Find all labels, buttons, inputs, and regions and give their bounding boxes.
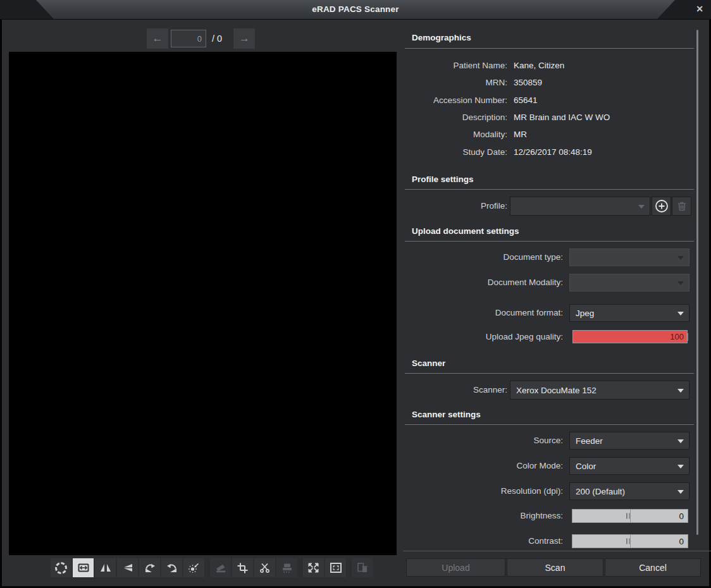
document-format-label: Document format: [405, 304, 563, 322]
rotate-left-icon [166, 563, 178, 573]
section-divider [405, 48, 694, 49]
document-type-dropdown[interactable] [569, 248, 689, 266]
cut-button[interactable] [254, 558, 275, 577]
crop-icon [237, 563, 248, 573]
field-label: Patient Name: [405, 61, 507, 70]
resolution-value: 200 (Default) [576, 487, 625, 496]
expand-button[interactable] [303, 558, 324, 577]
close-icon[interactable]: ✕ [694, 3, 705, 15]
delete-page-button[interactable] [352, 558, 373, 577]
preview-canvas [9, 52, 397, 555]
chevron-down-icon [638, 205, 645, 209]
scan-button[interactable]: Scan [507, 558, 603, 577]
print-button[interactable] [276, 558, 297, 577]
chevron-down-icon [677, 490, 684, 494]
section-divider [405, 424, 694, 425]
field-label: Modality: [405, 130, 507, 139]
upload-settings-header: Upload document settings [412, 226, 519, 236]
document-type-label: Document type: [405, 248, 563, 266]
page-navigation: ← / 0 → [147, 28, 255, 49]
jpeg-quality-value: 100 [670, 332, 684, 341]
window-title: eRAD PACS Scanner [0, 4, 711, 14]
source-value: Feeder [576, 436, 603, 446]
section-divider [405, 189, 694, 190]
next-page-button[interactable]: → [233, 28, 255, 49]
circle-select-button[interactable] [51, 558, 71, 577]
chevron-down-icon [677, 439, 684, 443]
color-mode-dropdown[interactable]: Color [569, 457, 689, 475]
section-divider [405, 241, 694, 242]
page-number-input[interactable] [171, 30, 206, 47]
crop-button[interactable] [232, 558, 253, 577]
chevron-down-icon [677, 389, 684, 393]
fit-width-button[interactable] [73, 558, 94, 577]
jpeg-quality-slider[interactable]: 100 [572, 330, 688, 343]
circle-select-icon [55, 562, 67, 574]
field-value: 12/26/2017 08:48:19 [514, 147, 592, 157]
chevron-down-icon [677, 281, 684, 285]
demographics-fields: Patient Name: Kane, Citizen MRN: 350859 … [405, 57, 694, 161]
document-format-value: Jpeg [576, 309, 594, 318]
field-label: Study Date: [405, 147, 507, 157]
plus-circle-icon [655, 199, 669, 213]
section-divider [405, 373, 694, 374]
document-modality-dropdown[interactable] [569, 274, 689, 291]
contrast-value: 0 [679, 537, 684, 546]
brightness-value: 0 [679, 511, 684, 521]
flip-horizontal-button[interactable] [95, 558, 116, 577]
scan-page-button[interactable] [210, 558, 231, 577]
scanner-settings-header: Scanner settings [412, 410, 481, 419]
flip-vertical-button[interactable] [117, 558, 138, 577]
field-value: MR Brain and IAC W WO [514, 113, 610, 122]
brightness-label: Brightness: [405, 509, 563, 523]
left-arrow-icon: ← [152, 32, 163, 45]
flip-horizontal-icon [100, 563, 111, 572]
footer-divider [403, 551, 711, 551]
title-bar: eRAD PACS Scanner ✕ [0, 0, 711, 20]
field-label: MRN: [405, 78, 507, 87]
fit-window-button[interactable] [325, 558, 346, 577]
scan-page-icon [215, 563, 226, 573]
field-label: Description: [405, 113, 507, 122]
document-format-dropdown[interactable]: Jpeg [569, 304, 689, 322]
print-icon [281, 563, 293, 573]
fit-width-icon [78, 563, 89, 572]
panel-scrollbar[interactable] [696, 30, 698, 535]
field-value: 350859 [514, 78, 542, 87]
brightness-slider[interactable]: 0 [572, 509, 688, 523]
field-row-study-date: Study Date: 12/26/2017 08:48:19 [405, 143, 694, 160]
cut-icon [259, 563, 270, 573]
right-arrow-icon: → [239, 32, 250, 45]
profile-dropdown[interactable] [510, 197, 650, 216]
source-dropdown[interactable]: Feeder [569, 432, 689, 450]
resolution-dropdown[interactable]: 200 (Default) [569, 482, 689, 500]
field-row-description: Description: MR Brain and IAC W WO [405, 109, 694, 126]
contrast-slider[interactable]: 0 [572, 534, 688, 548]
field-row-patient-name: Patient Name: Kane, Citizen [405, 57, 694, 74]
color-mode-value: Color [576, 462, 596, 471]
field-row-accession: Accession Number: 65641 [405, 92, 694, 109]
jpeg-quality-label: Upload Jpeg quality: [405, 330, 563, 343]
expand-icon [308, 563, 319, 573]
scanner-dialog: eRAD PACS Scanner ✕ ← / 0 → [0, 0, 711, 588]
upload-button[interactable]: Upload [406, 558, 505, 577]
page-total-label: / 0 [212, 34, 222, 44]
previous-page-button[interactable]: ← [147, 28, 168, 49]
rotate-right-icon [144, 563, 156, 573]
delete-page-icon [357, 563, 368, 573]
cancel-button[interactable]: Cancel [605, 558, 701, 577]
delete-profile-button[interactable] [672, 197, 691, 216]
field-value: 65641 [514, 95, 538, 105]
add-profile-button[interactable] [652, 197, 671, 216]
profile-settings-header: Profile settings [412, 175, 474, 184]
document-modality-label: Document Modality: [405, 274, 563, 291]
rotate-left-button[interactable] [161, 558, 182, 577]
scanner-label: Scanner: [405, 381, 507, 400]
field-value: Kane, Citizen [514, 61, 564, 70]
scanner-dropdown[interactable]: Xerox DocuMate 152 [510, 381, 689, 400]
source-label: Source: [405, 432, 563, 450]
profile-label: Profile: [405, 197, 507, 216]
auto-brightness-button[interactable] [183, 558, 204, 577]
slider-thumb[interactable] [686, 333, 688, 341]
rotate-right-button[interactable] [139, 558, 160, 577]
